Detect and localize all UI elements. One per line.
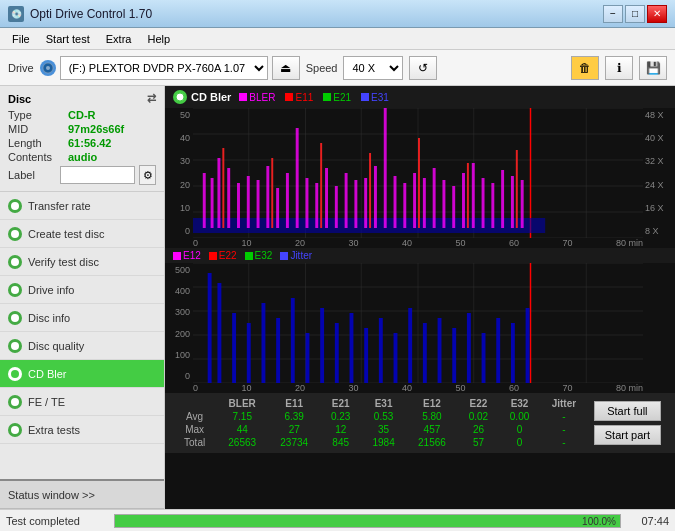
svg-rect-105 [511, 323, 515, 383]
svg-rect-65 [369, 153, 371, 228]
stats-header-bler: BLER [216, 397, 268, 410]
start-full-button[interactable]: Start full [594, 401, 661, 421]
sidebar-bottom: Status window >> [0, 479, 164, 509]
svg-rect-57 [482, 178, 485, 228]
toolbar: Drive (F:) PLEXTOR DVDR PX-760A 1.07 ⏏ S… [0, 50, 675, 86]
legend-e21: E21 [323, 92, 351, 103]
nav-icon-create-test-disc [8, 227, 22, 241]
svg-rect-32 [237, 183, 240, 228]
svg-rect-58 [491, 183, 494, 228]
window-controls: − □ ✕ [603, 5, 667, 23]
svg-point-9 [11, 398, 19, 406]
sidebar-item-disc-quality[interactable]: Disc quality [0, 332, 164, 360]
disc-type-value: CD-R [68, 109, 96, 121]
sidebar-item-fe-te[interactable]: FE / TE [0, 388, 164, 416]
disc-label-input[interactable] [60, 166, 135, 184]
titlebar-left: 💿 Opti Drive Control 1.70 [8, 6, 152, 22]
svg-rect-64 [320, 143, 322, 228]
disc-type-row: Type CD-R [8, 109, 156, 121]
sidebar-item-cd-bler[interactable]: CD Bler [0, 360, 164, 388]
legend-e11-label: E11 [295, 92, 313, 103]
status-window-item[interactable]: Status window >> [0, 481, 164, 509]
nav-label-create-test-disc: Create test disc [28, 228, 104, 240]
info-button[interactable]: ℹ [605, 56, 633, 80]
stats-max-e21: 12 [320, 423, 361, 436]
stats-total-row: Total 26563 23734 845 1984 21566 57 0 - [173, 436, 588, 449]
legend-e31-label: E31 [371, 92, 389, 103]
svg-rect-43 [345, 173, 348, 228]
stats-max-e12: 457 [406, 423, 458, 436]
sidebar-item-create-test-disc[interactable]: Create test disc [0, 220, 164, 248]
save-button[interactable]: 💾 [639, 56, 667, 80]
disc-arrow-icon[interactable]: ⇄ [147, 92, 156, 105]
svg-rect-44 [354, 180, 357, 228]
sidebar-item-extra-tests[interactable]: Extra tests [0, 416, 164, 444]
svg-rect-30 [217, 158, 220, 228]
svg-rect-47 [384, 108, 387, 228]
speed-label: Speed [306, 62, 338, 74]
sidebar-item-verify-test-disc[interactable]: Verify test disc [0, 248, 164, 276]
close-button[interactable]: ✕ [647, 5, 667, 23]
svg-point-1 [46, 66, 50, 70]
progress-text: 100.0% [582, 515, 616, 529]
start-buttons: Start full Start part [588, 399, 667, 447]
minimize-button[interactable]: − [603, 5, 623, 23]
stats-total-label: Total [173, 436, 216, 449]
menu-item-extra[interactable]: Extra [98, 31, 140, 47]
sidebar-item-transfer-rate[interactable]: Transfer rate [0, 192, 164, 220]
refresh-button[interactable]: ↺ [409, 56, 437, 80]
sidebar-item-disc-info[interactable]: Disc info [0, 304, 164, 332]
app-icon: 💿 [8, 6, 24, 22]
menu-item-start-test[interactable]: Start test [38, 31, 98, 47]
svg-rect-91 [306, 333, 310, 383]
chart1-svg [193, 108, 643, 238]
eraser-button[interactable]: 🗑 [571, 56, 599, 80]
stats-avg-e31: 0.53 [361, 410, 406, 423]
stats-total-bler: 26563 [216, 436, 268, 449]
svg-point-2 [11, 202, 19, 210]
svg-rect-100 [438, 318, 442, 383]
stats-total-e11: 23734 [268, 436, 320, 449]
sidebar-item-drive-info[interactable]: Drive info [0, 276, 164, 304]
svg-rect-34 [257, 180, 260, 228]
disc-length-row: Length 61:56.42 [8, 137, 156, 149]
svg-rect-101 [452, 328, 456, 383]
nav-icon-transfer-rate [8, 199, 22, 213]
stats-avg-e11: 6.39 [268, 410, 320, 423]
start-part-button[interactable]: Start part [594, 425, 661, 445]
stats-max-bler: 44 [216, 423, 268, 436]
disc-label-button[interactable]: ⚙ [139, 165, 156, 185]
progress-bar-container: 100.0% [114, 514, 621, 528]
time-text: 07:44 [629, 515, 669, 527]
chart2-svg [193, 263, 643, 383]
stats-header-e22: E22 [458, 397, 499, 410]
stats-avg-row: Avg 7.15 6.39 0.23 0.53 5.80 0.02 0.00 - [173, 410, 588, 423]
legend-e22-label: E22 [219, 250, 237, 261]
svg-rect-84 [208, 273, 212, 383]
svg-rect-61 [521, 180, 524, 228]
restore-button[interactable]: □ [625, 5, 645, 23]
chart1-title: CD Bler [191, 91, 231, 103]
svg-rect-46 [374, 166, 377, 228]
svg-rect-48 [394, 176, 397, 228]
eject-button[interactable]: ⏏ [272, 56, 300, 80]
svg-rect-50 [413, 173, 416, 228]
menu-item-help[interactable]: Help [139, 31, 178, 47]
stats-avg-jitter: - [540, 410, 588, 423]
svg-rect-45 [364, 178, 367, 228]
disc-label-label: Label [8, 169, 56, 181]
menubar: FileStart testExtraHelp [0, 28, 675, 50]
svg-rect-68 [516, 150, 518, 228]
svg-rect-62 [222, 148, 224, 228]
titlebar: 💿 Opti Drive Control 1.70 − □ ✕ [0, 0, 675, 28]
legend-e31: E31 [361, 92, 389, 103]
speed-select[interactable]: 40 X [343, 56, 403, 80]
svg-rect-35 [266, 166, 269, 228]
menu-item-file[interactable]: File [4, 31, 38, 47]
nav-icon-fe-te [8, 395, 22, 409]
disc-contents-row: Contents audio [8, 151, 156, 163]
drive-select[interactable]: (F:) PLEXTOR DVDR PX-760A 1.07 [60, 56, 268, 80]
nav-label-extra-tests: Extra tests [28, 424, 80, 436]
legend-e11: E11 [285, 92, 313, 103]
svg-point-3 [11, 230, 19, 238]
